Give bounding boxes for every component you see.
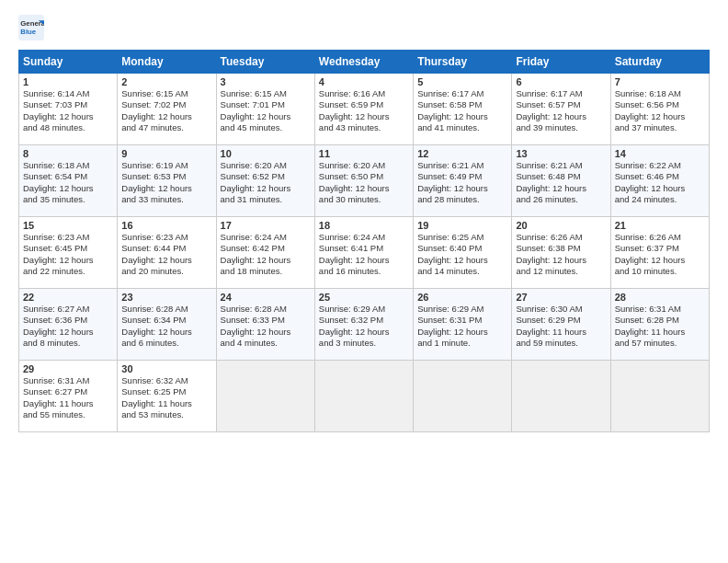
calendar-cell: 2Sunrise: 6:15 AMSunset: 7:02 PMDaylight… bbox=[118, 74, 216, 145]
day-info: Daylight: 12 hours bbox=[319, 183, 409, 194]
day-number: 18 bbox=[319, 220, 409, 231]
day-info: Sunrise: 6:29 AM bbox=[319, 304, 409, 315]
day-info: and 8 minutes. bbox=[23, 338, 113, 349]
day-info: Sunrise: 6:25 AM bbox=[417, 232, 507, 243]
day-number: 2 bbox=[121, 76, 211, 87]
calendar-cell: 29Sunrise: 6:31 AMSunset: 6:27 PMDayligh… bbox=[19, 361, 118, 432]
day-info: Sunset: 6:32 PM bbox=[319, 315, 409, 326]
day-info: Daylight: 12 hours bbox=[23, 111, 113, 122]
day-info: and 31 minutes. bbox=[221, 194, 311, 205]
day-number: 19 bbox=[417, 220, 507, 231]
day-info: Sunrise: 6:22 AM bbox=[615, 160, 705, 171]
page: General Blue Sunday Monday Tuesday Wedne… bbox=[0, 0, 728, 563]
day-info: Daylight: 11 hours bbox=[516, 327, 606, 338]
day-info: Sunset: 6:50 PM bbox=[319, 171, 409, 182]
day-info: and 41 minutes. bbox=[417, 122, 507, 133]
day-info: Sunset: 6:59 PM bbox=[319, 99, 409, 110]
day-info: Sunrise: 6:24 AM bbox=[319, 232, 409, 243]
day-info: Daylight: 12 hours bbox=[516, 111, 606, 122]
day-number: 24 bbox=[221, 292, 311, 303]
col-monday: Monday bbox=[118, 51, 216, 74]
day-info: and 24 minutes. bbox=[615, 194, 705, 205]
day-info: Sunrise: 6:23 AM bbox=[121, 232, 211, 243]
week-row-1: 1Sunrise: 6:14 AMSunset: 7:03 PMDaylight… bbox=[19, 74, 710, 145]
day-info: Sunset: 6:33 PM bbox=[221, 315, 311, 326]
day-info: Sunset: 6:46 PM bbox=[615, 171, 705, 182]
day-info: Sunset: 7:02 PM bbox=[121, 99, 211, 110]
day-info: Daylight: 12 hours bbox=[221, 327, 311, 338]
day-info: Sunrise: 6:15 AM bbox=[221, 88, 311, 99]
day-info: and 10 minutes. bbox=[615, 266, 705, 277]
day-info: and 14 minutes. bbox=[417, 266, 507, 277]
day-number: 21 bbox=[615, 220, 705, 231]
calendar-cell: 8Sunrise: 6:18 AMSunset: 6:54 PMDaylight… bbox=[19, 145, 118, 217]
calendar-cell: 7Sunrise: 6:18 AMSunset: 6:56 PMDaylight… bbox=[610, 74, 709, 145]
day-info: Daylight: 12 hours bbox=[319, 255, 409, 266]
day-info: Sunrise: 6:27 AM bbox=[23, 304, 113, 315]
day-info: Sunrise: 6:18 AM bbox=[23, 160, 113, 171]
day-info: Sunset: 6:54 PM bbox=[23, 171, 113, 182]
day-number: 25 bbox=[319, 292, 409, 303]
day-info: and 33 minutes. bbox=[121, 194, 211, 205]
day-number: 1 bbox=[23, 76, 113, 87]
day-number: 9 bbox=[121, 148, 211, 159]
day-info: Sunrise: 6:16 AM bbox=[319, 88, 409, 99]
day-info: Daylight: 12 hours bbox=[221, 111, 311, 122]
day-info: Sunrise: 6:26 AM bbox=[615, 232, 705, 243]
logo: General Blue bbox=[18, 15, 48, 40]
calendar-cell: 30Sunrise: 6:32 AMSunset: 6:25 PMDayligh… bbox=[118, 361, 216, 432]
day-info: Daylight: 12 hours bbox=[319, 327, 409, 338]
day-info: and 35 minutes. bbox=[23, 194, 113, 205]
day-number: 11 bbox=[319, 148, 409, 159]
day-info: Sunrise: 6:28 AM bbox=[121, 304, 211, 315]
day-number: 20 bbox=[516, 220, 606, 231]
day-info: Sunrise: 6:20 AM bbox=[221, 160, 311, 171]
calendar-cell: 17Sunrise: 6:24 AMSunset: 6:42 PMDayligh… bbox=[216, 217, 314, 289]
day-info: Daylight: 12 hours bbox=[417, 327, 507, 338]
day-info: Daylight: 12 hours bbox=[319, 111, 409, 122]
day-info: Sunset: 6:49 PM bbox=[417, 171, 507, 182]
col-tuesday: Tuesday bbox=[216, 51, 314, 74]
day-info: Daylight: 12 hours bbox=[615, 111, 705, 122]
day-info: and 55 minutes. bbox=[23, 409, 113, 420]
day-info: Sunrise: 6:14 AM bbox=[23, 88, 113, 99]
day-info: Sunrise: 6:28 AM bbox=[221, 304, 311, 315]
day-number: 4 bbox=[319, 76, 409, 87]
day-info: and 57 minutes. bbox=[615, 338, 705, 349]
calendar-cell: 23Sunrise: 6:28 AMSunset: 6:34 PMDayligh… bbox=[118, 289, 216, 361]
day-number: 14 bbox=[615, 148, 705, 159]
day-info: and 26 minutes. bbox=[516, 194, 606, 205]
day-info: Sunset: 6:41 PM bbox=[319, 243, 409, 254]
day-info: and 48 minutes. bbox=[23, 122, 113, 133]
col-sunday: Sunday bbox=[19, 51, 118, 74]
svg-text:General: General bbox=[20, 19, 44, 28]
day-info: and 3 minutes. bbox=[319, 338, 409, 349]
day-info: Sunset: 6:31 PM bbox=[417, 315, 507, 326]
day-info: Sunrise: 6:30 AM bbox=[516, 304, 606, 315]
day-info: and 6 minutes. bbox=[121, 338, 211, 349]
day-info: Sunset: 7:03 PM bbox=[23, 99, 113, 110]
week-row-4: 22Sunrise: 6:27 AMSunset: 6:36 PMDayligh… bbox=[19, 289, 710, 361]
day-info: Sunset: 6:52 PM bbox=[221, 171, 311, 182]
day-info: and 47 minutes. bbox=[121, 122, 211, 133]
day-info: Sunrise: 6:20 AM bbox=[319, 160, 409, 171]
calendar-cell: 19Sunrise: 6:25 AMSunset: 6:40 PMDayligh… bbox=[414, 217, 512, 289]
day-number: 13 bbox=[516, 148, 606, 159]
day-info: Sunrise: 6:21 AM bbox=[417, 160, 507, 171]
calendar-cell: 20Sunrise: 6:26 AMSunset: 6:38 PMDayligh… bbox=[512, 217, 610, 289]
day-info: Sunset: 6:53 PM bbox=[121, 171, 211, 182]
calendar-cell bbox=[610, 361, 709, 432]
day-info: Sunset: 6:34 PM bbox=[121, 315, 211, 326]
col-friday: Friday bbox=[512, 51, 610, 74]
day-info: and 59 minutes. bbox=[516, 338, 606, 349]
col-saturday: Saturday bbox=[610, 51, 709, 74]
day-info: Sunset: 6:37 PM bbox=[615, 243, 705, 254]
week-row-2: 8Sunrise: 6:18 AMSunset: 6:54 PMDaylight… bbox=[19, 145, 710, 217]
day-number: 28 bbox=[615, 292, 705, 303]
calendar-cell: 9Sunrise: 6:19 AMSunset: 6:53 PMDaylight… bbox=[118, 145, 216, 217]
day-number: 8 bbox=[23, 148, 113, 159]
calendar-cell: 12Sunrise: 6:21 AMSunset: 6:49 PMDayligh… bbox=[414, 145, 512, 217]
calendar-cell bbox=[314, 361, 413, 432]
day-info: Daylight: 12 hours bbox=[23, 327, 113, 338]
calendar-cell: 11Sunrise: 6:20 AMSunset: 6:50 PMDayligh… bbox=[314, 145, 413, 217]
